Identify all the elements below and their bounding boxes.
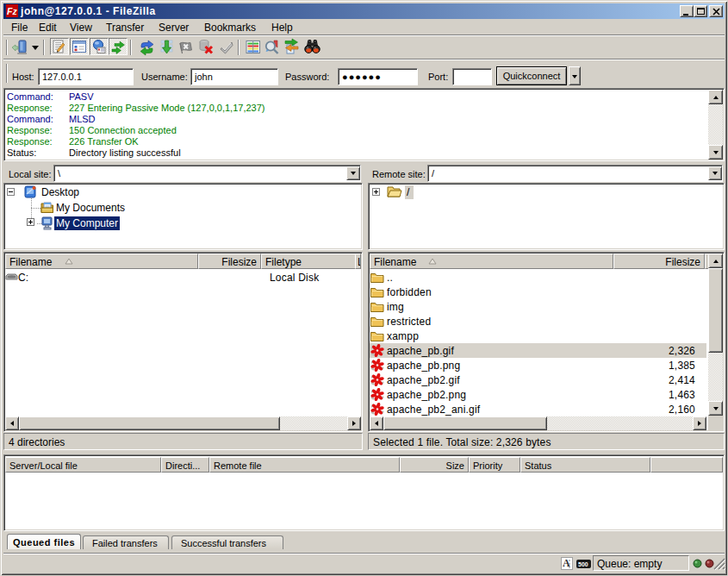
- svg-text:Fz: Fz: [7, 6, 17, 16]
- svg-text:500: 500: [578, 561, 588, 567]
